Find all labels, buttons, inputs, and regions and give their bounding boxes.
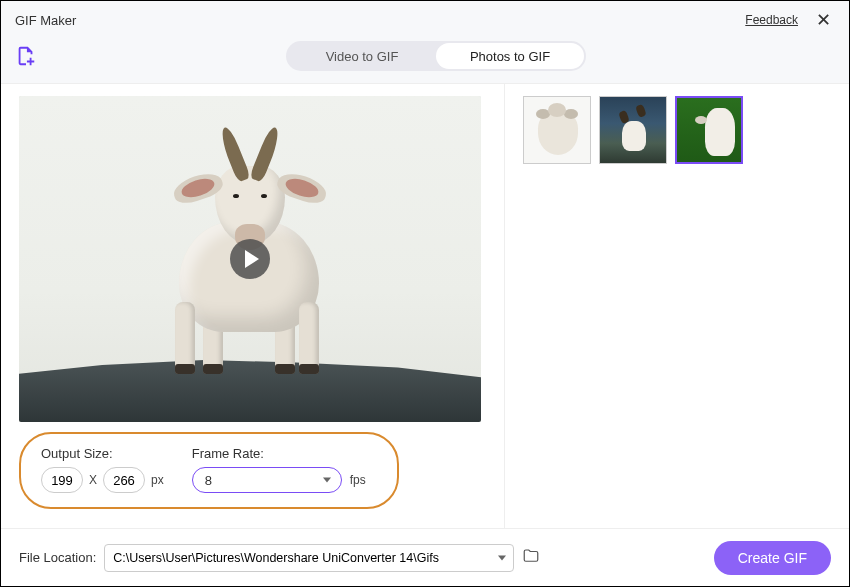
create-gif-button[interactable]: Create GIF [714,541,831,575]
output-size-label: Output Size: [41,446,164,461]
close-icon[interactable]: ✕ [812,9,835,31]
play-icon[interactable] [230,239,270,279]
file-location-wrap [104,544,514,572]
preview-image [19,96,481,422]
height-input[interactable] [103,467,145,493]
window-title: GIF Maker [15,13,76,28]
fps-label: fps [350,473,366,487]
output-size-group: Output Size: X px [41,446,164,493]
thumbnail-strip [523,96,831,164]
thumbnail-3[interactable] [675,96,743,164]
frame-rate-label: Frame Rate: [192,446,366,461]
file-location-label: File Location: [19,550,96,565]
size-separator: X [89,473,97,487]
right-panel [505,84,849,528]
footer: File Location: Create GIF [1,528,849,586]
output-settings: Output Size: X px Frame Rate: 8 fps [19,432,399,509]
thumbnail-1[interactable] [523,96,591,164]
mode-tabs: Video to GIF Photos to GIF [286,41,586,71]
subheader: Video to GIF Photos to GIF [1,35,849,84]
frame-rate-row: 8 fps [192,467,366,493]
frame-rate-value: 8 [205,473,212,488]
folder-icon[interactable] [522,547,540,568]
frame-rate-group: Frame Rate: 8 fps [192,446,366,493]
left-panel: Output Size: X px Frame Rate: 8 fps [1,84,505,528]
px-label: px [151,473,164,487]
frame-rate-select[interactable]: 8 [192,467,342,493]
title-bar: GIF Maker Feedback ✕ [1,1,849,35]
size-row: X px [41,467,164,493]
main-area: Output Size: X px Frame Rate: 8 fps [1,84,849,528]
feedback-link[interactable]: Feedback [745,13,798,27]
tab-photos-to-gif[interactable]: Photos to GIF [436,43,584,69]
add-file-icon[interactable] [15,45,37,67]
thumbnail-2[interactable] [599,96,667,164]
width-input[interactable] [41,467,83,493]
file-location-input[interactable] [104,544,514,572]
tab-video-to-gif[interactable]: Video to GIF [288,43,436,69]
header-actions: Feedback ✕ [745,9,835,31]
